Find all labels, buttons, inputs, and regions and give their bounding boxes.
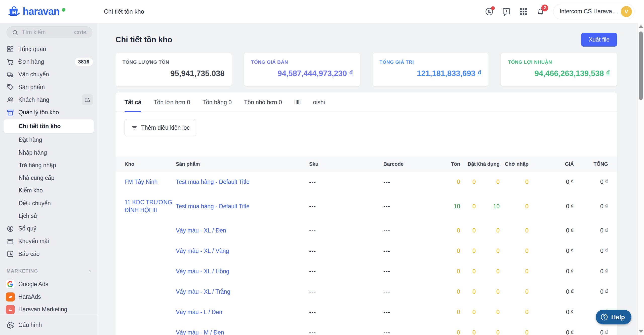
sidebar-subitem-kiem-kho[interactable]: Kiểm kho xyxy=(0,184,97,197)
sidebar-item-tong-quan[interactable]: Tổng quan xyxy=(0,43,97,55)
orders-count-badge: 3816 xyxy=(75,58,93,66)
sidebar-subitem-dieu-chuyen[interactable]: Điều chuyển xyxy=(0,197,97,210)
card-value: 94,587,444,973,230 ₫ xyxy=(251,69,353,78)
help-button[interactable]: Help xyxy=(596,310,631,324)
card-value: 121,181,833,693 ₫ xyxy=(380,69,482,78)
warehouse-link xyxy=(115,302,176,322)
barcode-value: --- xyxy=(383,322,444,335)
ton-value: 0 xyxy=(444,220,460,241)
card-label: TỔNG LƯỢNG TỒN xyxy=(123,59,225,65)
table-row: Váy màu - XL / Hồng------00000 ₫0 ₫ xyxy=(115,261,617,282)
notifications-bell-icon[interactable]: 2 xyxy=(536,7,545,16)
table-row: Váy màu - L / Đen------00000 ₫0 ₫ xyxy=(115,302,617,322)
sidebar-item-cau-hinh[interactable]: Cấu hình xyxy=(0,319,97,331)
sidebar-search-input[interactable]: Tìm kiếm CtrlK xyxy=(7,26,92,38)
chevron-right-icon: › xyxy=(89,268,91,274)
sidebar-item-haravan-marketing[interactable]: Haravan Marketing xyxy=(0,303,97,316)
col-kho: Kho xyxy=(115,156,176,172)
card-total-profit: TỔNG LỢI NHUẬN 94,466,263,139,538 ₫ xyxy=(501,53,617,86)
kha_dung-value: 0 xyxy=(476,322,500,335)
account-switcher[interactable]: Intercom CS Harava... V xyxy=(553,4,634,19)
brand-name: haravan xyxy=(23,6,59,17)
tag-icon xyxy=(7,83,14,91)
haraads-icon xyxy=(6,292,15,302)
sync-icon[interactable] xyxy=(485,7,494,16)
sidebar-subitem-chi-tiet-ton-kho[interactable]: Chi tiết tồn kho xyxy=(4,119,94,133)
sidebar-item-haraads[interactable]: HaraAds xyxy=(0,290,97,303)
sidebar-item-label: Tổng quan xyxy=(18,46,46,53)
barcode-value: --- xyxy=(383,172,444,192)
sidebar-footer: Cấu hình xyxy=(0,316,97,335)
sidebar-item-san-pham[interactable]: Sản phẩm xyxy=(0,81,97,93)
product-link[interactable]: Váy màu - XL / Đen xyxy=(176,220,309,241)
card-total-value: TỔNG GIÁ TRỊ 121,181,833,693 ₫ xyxy=(373,53,489,86)
dashboard-icon xyxy=(7,45,14,53)
dat-value: 0 xyxy=(460,261,476,282)
sidebar-item-khach-hang[interactable]: Khách hàng xyxy=(0,93,97,106)
scroll-down-arrow[interactable] xyxy=(639,330,643,333)
product-link[interactable]: Test mua hàng - Default Title xyxy=(176,192,309,220)
google-ads-icon xyxy=(6,280,15,289)
warehouse-link[interactable]: 11 KDC TRƯƠNG ĐÌNH HỘI III xyxy=(115,192,176,220)
sidebar-item-quan-ly-ton-kho[interactable]: Quản lý tồn kho xyxy=(0,106,97,119)
users-icon xyxy=(7,96,14,104)
vertical-scrollbar[interactable] xyxy=(637,23,644,335)
tab-ton-nho-hon-0[interactable]: Tồn nhỏ hơn 0 xyxy=(244,92,282,112)
gia-value: 0 ₫ xyxy=(529,172,574,192)
product-link[interactable]: Test mua hàng - Default Title xyxy=(176,172,309,192)
product-link[interactable]: Váy màu - XL / Hồng xyxy=(176,261,309,282)
apps-grid-icon[interactable] xyxy=(519,7,528,16)
marketing-section-header[interactable]: MARKETING › xyxy=(0,260,97,278)
product-link[interactable]: Váy màu - L / Đen xyxy=(176,302,309,322)
ton-value: 10 xyxy=(444,192,460,220)
add-filter-button[interactable]: Thêm điều kiện lọc xyxy=(125,119,196,136)
cho_nhap-value: 0 xyxy=(500,261,529,282)
sidebar-item-don-hang[interactable]: Đơn hàng 3816 xyxy=(0,56,97,68)
sidebar-subitem-dat-hang[interactable]: Đặt hàng xyxy=(0,134,97,146)
product-link[interactable]: Váy màu - XL / Trắng xyxy=(176,282,309,302)
kha_dung-value: 0 xyxy=(476,302,500,322)
dat-value: 0 xyxy=(460,322,476,335)
scroll-up-arrow[interactable] xyxy=(639,25,643,28)
tab-lllll[interactable]: lllll xyxy=(294,92,301,112)
sidebar-subitem-nhap-hang[interactable]: Nhập hàng xyxy=(0,146,97,159)
dat-value: 0 xyxy=(460,241,476,261)
sidebar-item-so-quy[interactable]: Sổ quỹ xyxy=(0,222,97,235)
customer-segment-icon[interactable] xyxy=(82,94,93,105)
brand-logo[interactable]: haravan xyxy=(0,5,97,18)
add-filter-label: Thêm điều kiện lọc xyxy=(141,124,190,131)
table-row: Váy màu - XL / Trắng------00000 ₫0 ₫ xyxy=(115,282,617,302)
export-file-button[interactable]: Xuất file xyxy=(581,33,617,47)
sidebar-item-label: Sản phẩm xyxy=(18,84,45,91)
scroll-thumb[interactable] xyxy=(639,31,643,100)
search-placeholder: Tìm kiếm xyxy=(22,29,71,36)
sidebar-item-google-ads[interactable]: Google Ads xyxy=(0,278,97,290)
barcode-value: --- xyxy=(383,261,444,282)
ton-value: 0 xyxy=(444,261,460,282)
sidebar-item-bao-cao[interactable]: Báo cáo xyxy=(0,248,97,260)
ton-value: 0 xyxy=(444,241,460,261)
col-san-pham: Sản phẩm xyxy=(176,156,309,172)
status-dot xyxy=(62,8,65,12)
tab-ton-bang-0[interactable]: Tồn bằng 0 xyxy=(203,92,232,112)
sidebar-subitem-tra-hang-nhap[interactable]: Trả hàng nhập xyxy=(0,159,97,172)
card-value: 94,466,263,139,538 ₫ xyxy=(508,69,610,78)
sync-alert-dot xyxy=(491,6,495,10)
tab-tat-ca[interactable]: Tất cả xyxy=(125,92,141,112)
sidebar-subitem-lich-su[interactable]: Lịch sử xyxy=(0,210,97,222)
sidebar-item-van-chuyen[interactable]: Vận chuyển xyxy=(0,68,97,81)
sidebar-item-khuyen-mai[interactable]: Khuyến mãi xyxy=(0,235,97,248)
table-row: FM Tây NinhTest mua hàng - Default Title… xyxy=(115,172,617,192)
col-gia: GIÁ xyxy=(529,156,574,172)
product-link[interactable]: Váy màu - M / Đen xyxy=(176,322,309,335)
table-row: Váy màu - M / Đen------00000 ₫0 ₫ xyxy=(115,322,617,335)
tab-oishi[interactable]: oishi xyxy=(313,92,325,112)
sidebar-subitem-nha-cung-cap[interactable]: Nhà cung cấp xyxy=(0,172,97,184)
product-link[interactable]: Váy màu - XL / Vàng xyxy=(176,241,309,261)
warehouse-link[interactable]: FM Tây Ninh xyxy=(115,172,176,192)
question-circle-icon xyxy=(600,313,608,321)
account-avatar: V xyxy=(621,6,632,17)
feedback-icon[interactable] xyxy=(502,7,511,16)
tab-ton-lon-hon-0[interactable]: Tồn lớn hơn 0 xyxy=(153,92,190,112)
barcode-value: --- xyxy=(383,282,444,302)
